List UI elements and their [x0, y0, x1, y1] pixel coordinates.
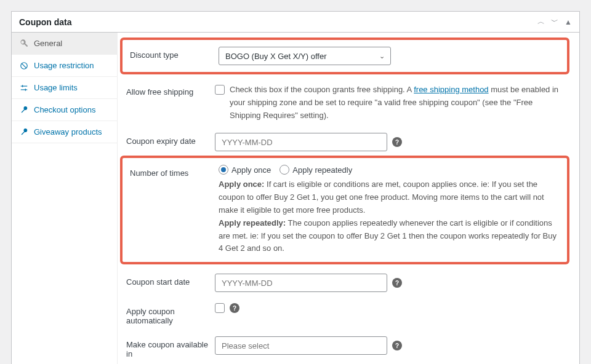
radio-apply-once[interactable] [219, 165, 228, 175]
sidebar-tabs: General Usage restriction Usage limits C… [12, 33, 118, 364]
tab-usage-limits[interactable]: Usage limits [12, 77, 117, 99]
wrench-icon [19, 128, 29, 136]
chevron-down-icon[interactable]: ﹀ [551, 17, 558, 27]
help-icon[interactable]: ? [392, 341, 402, 350]
radio-apply-repeatedly[interactable] [279, 165, 289, 175]
label-available-in: Make coupon available in [120, 336, 215, 358]
label-expiry-date: Coupon expiry date [120, 133, 215, 146]
wrench-icon [19, 39, 29, 48]
number-of-times-description: Apply once: If cart is eligible or condi… [219, 178, 566, 255]
tab-label: Giveaway products [34, 127, 102, 136]
radio-apply-once-text: Apply once [231, 165, 271, 175]
help-icon[interactable]: ? [392, 278, 402, 288]
radio-apply-repeatedly-label[interactable]: Apply repeatedly [279, 165, 352, 175]
radio-apply-once-label[interactable]: Apply once [219, 165, 271, 175]
free-shipping-method-link[interactable]: free shipping method [414, 85, 488, 94]
label-discount-type: Discount type [124, 47, 219, 60]
row-start-date: Coupon start date ? [120, 268, 569, 298]
row-available-in: Make coupon available in Please select ? [120, 331, 569, 364]
tab-checkout-options[interactable]: Checkout options [12, 99, 117, 121]
tab-label: Usage limits [34, 83, 78, 92]
panel-heading-actions: ︿ ﹀ ▲ [537, 17, 572, 27]
tab-label: General [34, 39, 62, 48]
highlight-discount-type: Discount type BOGO (Buy X Get X/Y) offer… [120, 38, 569, 74]
wrench-icon [19, 106, 29, 114]
tab-label: Checkout options [34, 105, 95, 114]
discount-type-select[interactable]: BOGO (Buy X Get X/Y) offer [219, 47, 391, 65]
apply-auto-checkbox[interactable] [215, 303, 225, 313]
coupon-panel: Coupon data ︿ ﹀ ▲ General Usage restrict… [11, 11, 580, 364]
label-free-shipping: Allow free shipping [120, 84, 215, 97]
tab-general[interactable]: General [12, 33, 117, 55]
svg-line-1 [22, 63, 26, 68]
chevron-up-icon[interactable]: ︿ [537, 17, 545, 27]
available-in-select[interactable]: Please select [215, 336, 387, 355]
highlight-number-of-times: Number of times Apply once Apply repeate… [120, 156, 569, 264]
tab-label: Usage restriction [34, 61, 94, 70]
label-start-date: Coupon start date [120, 274, 215, 287]
label-number-of-times: Number of times [124, 165, 219, 178]
start-date-input[interactable] [215, 274, 387, 292]
help-icon[interactable]: ? [230, 303, 239, 313]
label-apply-auto: Apply coupon automatically [120, 303, 215, 325]
radio-apply-repeatedly-text: Apply repeatedly [292, 165, 352, 175]
row-apply-auto: Apply coupon automatically ? [120, 298, 569, 331]
help-icon[interactable]: ? [392, 137, 402, 147]
ban-icon [19, 61, 29, 70]
free-shipping-checkbox[interactable] [215, 85, 225, 95]
row-discount-type: Discount type BOGO (Buy X Get X/Y) offer… [124, 41, 566, 71]
row-number-of-times: Number of times Apply once Apply repeate… [124, 159, 566, 261]
panel-title: Coupon data [19, 17, 72, 27]
expiry-date-input[interactable] [215, 133, 387, 151]
row-free-shipping: Allow free shipping Check this box if th… [120, 78, 569, 127]
row-expiry-date: Coupon expiry date ? [120, 127, 569, 157]
collapse-icon[interactable]: ▲ [565, 18, 572, 26]
panel-body: General Usage restriction Usage limits C… [12, 33, 579, 364]
free-shipping-description: Check this box if the coupon grants free… [230, 84, 563, 122]
panel-heading: Coupon data ︿ ﹀ ▲ [12, 12, 579, 33]
sliders-icon [19, 84, 29, 92]
tab-content-general: Discount type BOGO (Buy X Get X/Y) offer… [118, 33, 579, 364]
tab-usage-restriction[interactable]: Usage restriction [12, 55, 117, 77]
tab-giveaway-products[interactable]: Giveaway products [12, 121, 117, 143]
